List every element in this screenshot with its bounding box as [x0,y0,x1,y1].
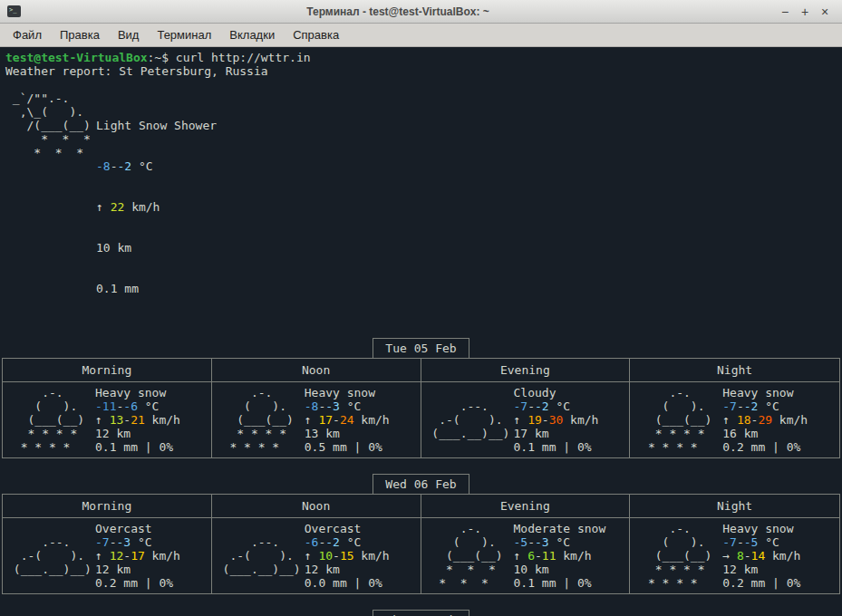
cell-info: Heavy snow-11--6 °C↑ 13-21 km/h12 km0.1 … [95,386,209,454]
wind-separator: - [744,549,751,563]
weather-art: .-. ( ). (___(__) * * * * * * * * [216,386,305,454]
temp-unit: °C [549,535,570,549]
wind-speed-high: 29 [758,413,772,427]
visibility: 10 km [514,563,628,576]
temp-high: -5 [744,535,759,549]
wind-unit: km/h [772,413,808,427]
menu-view[interactable]: Вид [109,24,149,45]
weather-art: .-. ( ). (___(__) * * * * * * [425,522,514,590]
forecast-day: Wed 06 FebMorningNoonEveningNight .--. .… [2,474,840,594]
current-temperature: -8--2 °C [96,159,217,173]
cell-info: Cloudy-7--2 °C↑ 19-30 km/h17 km0.1 mm | … [514,386,628,454]
temperature: -11--6 °C [95,399,209,413]
wind-separator: - [535,549,542,563]
wind-direction-arrow: → [722,549,737,563]
menu-tabs[interactable]: Вкладки [220,24,284,45]
temp-low: -7 [95,535,110,549]
menu-file[interactable]: Файл [4,24,51,45]
prompt-user-host: test@test-VirtualBox [5,51,148,64]
current-precipitation: 0.1 mm [96,282,217,295]
minimize-button[interactable]: − [775,0,795,24]
wind-separator: - [123,549,131,563]
temp-unit: °C [340,399,361,413]
temp-high: -2 [117,159,131,173]
wind-speed-high: 24 [340,413,354,427]
condition-label: Heavy snow [722,386,837,399]
command-text: curl http://wttr.in [176,51,311,64]
forecast-day: Thu 07 FebMorningNoonEveningNight \ / _ … [2,610,840,616]
temp-unit: °C [549,399,570,413]
wind-speed-low: 18 [737,413,751,427]
wind-separator: - [333,549,340,563]
temp-high: -2 [535,399,549,413]
cell-info: Heavy snow-7--2 °C↑ 18-29 km/h16 km0.2 m… [722,386,837,454]
temp-low: -7 [722,535,737,549]
wind-unit: km/h [145,413,180,427]
terminal-app-icon [7,5,21,17]
temp-low: -8 [96,159,111,173]
wind-separator: - [333,413,340,427]
wind-unit: km/h [354,413,390,427]
close-button[interactable]: × [815,0,835,24]
temperature: -8--3 °C [305,399,419,413]
precipitation: 0.2 mm | 0% [95,576,209,590]
temp-separator: - [527,399,535,413]
wind: ↑ 17-24 km/h [305,413,419,427]
column-header-night: Night [630,359,839,382]
forecast-day: Tue 05 FebMorningNoonEveningNight .-. ( … [2,338,840,458]
condition-label: Overcast [95,522,209,535]
wind: ↑ 10-15 km/h [305,549,419,563]
visibility: 12 km [95,563,209,576]
current-visibility: 10 km [96,241,217,255]
wind-speed-low: 6 [527,549,535,563]
forecast-cell: .-. ( ). (___(__) * * * * * * Moderate s… [421,518,631,593]
wind-speed-low: 19 [527,413,542,427]
column-header-morning: Morning [3,359,212,382]
column-header-noon: Noon [212,359,421,382]
title-bar[interactable]: Терминал - test@test-VirtualBox: ~ − + × [0,0,842,24]
terminal-screen[interactable]: test@test-VirtualBox:~$ curl http://wttr… [0,47,842,616]
wind: ↑ 6-11 km/h [514,549,628,563]
wind: ↑ 12-17 km/h [95,549,209,563]
visibility: 16 km [722,427,837,440]
visibility: 12 km [305,563,419,576]
temp-high: -6 [123,399,138,413]
temp-high: -3 [116,535,131,549]
precipitation: 0.1 mm | 0% [514,440,628,454]
forecast-days: Tue 05 FebMorningNoonEveningNight .-. ( … [2,338,840,616]
wind-speed-low: 17 [318,413,333,427]
weather-art: .-. ( ). (___(__) * * * * * * * * [634,522,722,590]
weather-art: .--. .-( ). (___.__)__) [6,522,95,590]
forecast-cell: .--. .-( ). (___.__)__) Overcast-7--3 °C… [3,518,212,593]
wind-speed: 22 [111,200,125,214]
command-line: test@test-VirtualBox:~$ curl http://wttr… [2,51,840,64]
temp-low: -8 [305,399,319,413]
condition-label: Moderate snow [514,522,628,535]
current-conditions: _`/"".-. ,\_( ). /(___(__) * * * * * * L… [5,91,840,322]
precipitation: 0.1 mm | 0% [514,576,628,590]
condition-label: Overcast [305,522,419,535]
maximize-button[interactable]: + [795,0,815,24]
precipitation: 0.5 mm | 0% [305,440,419,454]
precipitation: 0.1 mm | 0% [95,440,209,454]
forecast-cell: .-. ( ). (___(__) * * * * * * * * Heavy … [3,382,212,457]
condition-label: Cloudy [514,386,628,399]
menu-edit[interactable]: Правка [51,24,109,45]
temp-unit: °C [758,399,779,413]
wind-speed-high: 17 [131,549,145,563]
visibility: 12 km [722,563,837,576]
temp-low: -7 [514,399,528,413]
menu-terminal[interactable]: Терминал [148,24,220,45]
temp-separator: - [737,535,744,549]
forecast-table: MorningNoonEveningNight .--. .-( ). (___… [2,494,840,594]
wind-unit: km/h [563,413,598,427]
date-box: Wed 06 Feb [373,474,469,495]
cell-info: Heavy snow-7--5 °C→ 8-14 km/h12 km0.2 mm… [722,522,837,590]
temp-unit: °C [131,159,152,173]
menu-help[interactable]: Справка [284,24,348,45]
wind-speed-low: 12 [110,549,124,563]
precipitation: 0.0 mm | 0% [305,576,419,590]
temp-unit: °C [340,535,361,549]
temp-high: -2 [325,535,340,549]
wind-speed-low: 10 [318,549,333,563]
